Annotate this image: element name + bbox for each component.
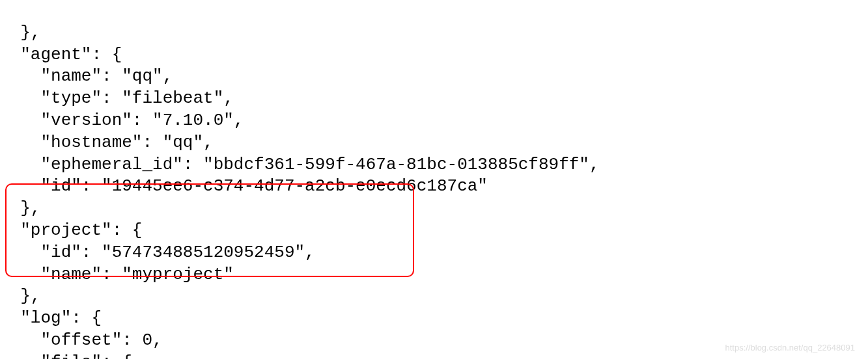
code-line: "name": "myproject" xyxy=(0,265,234,284)
code-line: "agent": { xyxy=(0,45,122,64)
watermark-text: https://blog.csdn.net/qq_22648091 xyxy=(725,343,856,354)
code-line: }, xyxy=(0,198,40,218)
code-line: "project": { xyxy=(0,220,142,240)
code-line: }, xyxy=(0,286,40,306)
json-code-block: }, "agent": { "name": "qq", "type": "fil… xyxy=(0,0,868,359)
code-line: "offset": 0, xyxy=(0,330,163,350)
code-line: "type": "filebeat", xyxy=(0,88,234,108)
code-line: "ephemeral_id": "bbdcf361-599f-467a-81bc… xyxy=(0,155,600,174)
code-line: "file": { xyxy=(0,352,132,359)
code-line: "name": "qq", xyxy=(0,66,173,86)
code-line: "id": "574734885120952459", xyxy=(0,243,315,262)
code-line: "hostname": "qq", xyxy=(0,133,214,152)
code-line: "version": "7.10.0", xyxy=(0,111,244,130)
code-line: }, xyxy=(0,23,40,42)
code-line: "log": { xyxy=(0,308,102,328)
code-line: "id": "19445ee6-c374-4d77-a2cb-e0ecd6c18… xyxy=(0,176,488,196)
